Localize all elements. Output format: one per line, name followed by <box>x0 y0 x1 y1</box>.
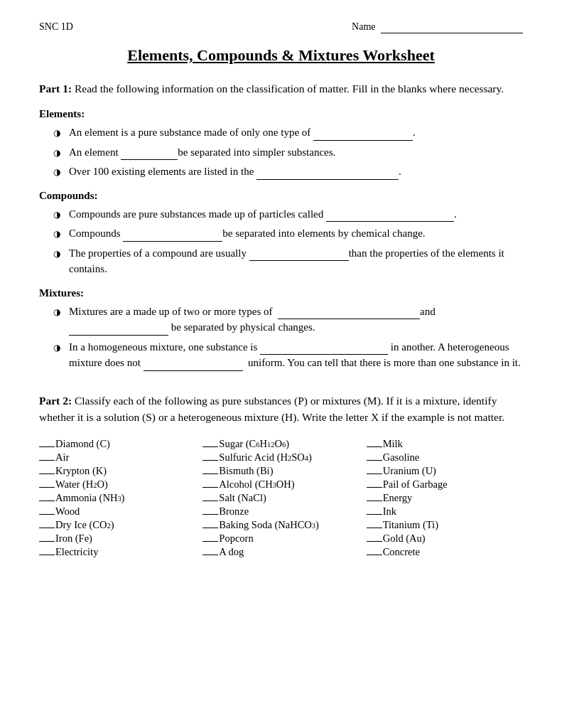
blank <box>313 129 413 141</box>
classify-blank <box>39 545 55 555</box>
part2-intro-text: Classify each of the following as pure s… <box>39 395 504 423</box>
list-item: Milk <box>367 437 523 450</box>
classify-blank <box>367 531 382 542</box>
name-underline <box>381 21 523 33</box>
classify-blank <box>39 477 55 488</box>
classify-col3: Milk Gasoline Uranium (U) Pail of Garbag… <box>367 437 523 558</box>
bullet-icon: ◑ <box>53 208 63 221</box>
list-item: Iron (Fe) <box>39 531 195 545</box>
compounds-list: ◑ Compounds are pure substances made up … <box>53 206 523 277</box>
list-item: ◑ Over 100 existing elements are listed … <box>53 164 523 180</box>
list-item: ◑ The properties of a compound are usual… <box>53 245 523 277</box>
bullet-icon: ◑ <box>53 127 63 139</box>
list-item: Uranium (U) <box>367 464 523 477</box>
classify-blank <box>367 504 382 515</box>
list-item: ◑ Mixtures are a made up of two or more … <box>53 304 523 336</box>
mixtures-list: ◑ Mixtures are a made up of two or more … <box>53 304 523 371</box>
list-item: Ammonia (NH3) <box>39 491 195 504</box>
bullet-icon: ◑ <box>53 247 63 260</box>
classify-blank <box>202 545 218 555</box>
classify-blank <box>367 464 382 474</box>
classify-blank <box>367 491 382 501</box>
list-item: Pail of Garbage <box>367 477 523 491</box>
classify-blank <box>202 477 218 488</box>
classify-blank <box>39 531 55 542</box>
list-item: Bismuth (Bi) <box>202 464 359 477</box>
classify-blank <box>39 464 55 474</box>
classify-blank <box>202 531 218 542</box>
classify-blank <box>202 518 218 528</box>
classify-blank <box>39 450 55 461</box>
blank <box>69 324 168 336</box>
list-item: Concrete <box>367 545 523 558</box>
part1-intro-text: Read the following information on the cl… <box>75 82 504 95</box>
mixtures-heading: Mixtures: <box>39 287 523 299</box>
classify-blank <box>367 545 382 555</box>
name-label: Name <box>352 21 523 33</box>
part2-section: Part 2: Classify each of the following a… <box>39 392 523 559</box>
classify-blank <box>39 518 55 528</box>
bullet-icon: ◑ <box>53 146 63 159</box>
list-item: Air <box>39 450 195 464</box>
worksheet-title: Elements, Compounds & Mixtures Worksheet <box>39 46 523 65</box>
list-item: ◑ An element be separated into simpler s… <box>53 144 523 161</box>
classify-blank <box>202 491 218 501</box>
list-item: Sulfuric Acid (H2SO4) <box>202 450 359 464</box>
bullet-icon: ◑ <box>53 306 63 318</box>
bullet-icon: ◑ <box>53 166 63 178</box>
list-item: Gold (Au) <box>367 531 523 545</box>
classify-blank <box>367 518 382 528</box>
blank <box>144 360 243 371</box>
list-item: Gasoline <box>367 450 523 464</box>
blank <box>278 308 420 319</box>
classify-blank <box>367 450 382 461</box>
list-item: Water (H2O) <box>39 477 195 491</box>
part1-intro: Part 1: Read the following information o… <box>39 80 523 97</box>
classify-blank <box>202 437 218 447</box>
list-item: Alcohol (CH3OH) <box>202 477 359 491</box>
list-item: Bronze <box>202 504 359 518</box>
classify-blank <box>202 504 218 515</box>
header: SNC 1D Name <box>39 21 523 33</box>
list-item: Diamond (C) <box>39 437 195 450</box>
blank <box>249 250 349 261</box>
classify-blank <box>367 477 382 488</box>
list-item: ◑ Compounds are pure substances made up … <box>53 206 523 223</box>
blank <box>260 343 388 355</box>
list-item: Popcorn <box>202 531 359 545</box>
classify-blank <box>39 437 55 447</box>
elements-list: ◑ An element is a pure substance made of… <box>53 124 523 180</box>
list-item: ◑ In a homogeneous mixture, one substanc… <box>53 339 523 371</box>
blank <box>121 149 178 160</box>
list-item: Electricity <box>39 545 195 558</box>
list-item: ◑ An element is a pure substance made of… <box>53 124 523 141</box>
bullet-icon: ◑ <box>53 341 63 354</box>
list-item: Krypton (K) <box>39 464 195 477</box>
list-item: Dry Ice (CO2) <box>39 518 195 531</box>
classify-blank <box>202 450 218 461</box>
part2-intro: Part 2: Classify each of the following a… <box>39 392 523 426</box>
classify-col2: Sugar (C6H12O6) Sulfuric Acid (H2SO4) Bi… <box>202 437 359 558</box>
part2-label: Part 2: <box>39 395 72 407</box>
blank <box>326 210 454 222</box>
list-item: Energy <box>367 491 523 504</box>
list-item: Wood <box>39 504 195 518</box>
classify-blank <box>202 464 218 474</box>
list-item: Ink <box>367 504 523 518</box>
part1-label: Part 1: <box>39 82 72 95</box>
elements-heading: Elements: <box>39 108 523 120</box>
bullet-icon: ◑ <box>53 228 63 240</box>
list-item: Baking Soda (NaHCO3) <box>202 518 359 531</box>
list-item: Titanium (Ti) <box>367 518 523 531</box>
classify-blank <box>39 504 55 515</box>
classify-grid: Diamond (C) Air Krypton (K) Water (H2O) … <box>39 437 523 558</box>
list-item: A dog <box>202 545 359 558</box>
blank <box>123 230 222 242</box>
blank <box>256 168 399 180</box>
list-item: Salt (NaCl) <box>202 491 359 504</box>
classify-blank <box>39 491 55 501</box>
compounds-heading: Compounds: <box>39 190 523 202</box>
list-item: ◑ Compounds be separated into elements b… <box>53 225 523 242</box>
course-code: SNC 1D <box>39 21 73 33</box>
list-item: Sugar (C6H12O6) <box>202 437 359 450</box>
